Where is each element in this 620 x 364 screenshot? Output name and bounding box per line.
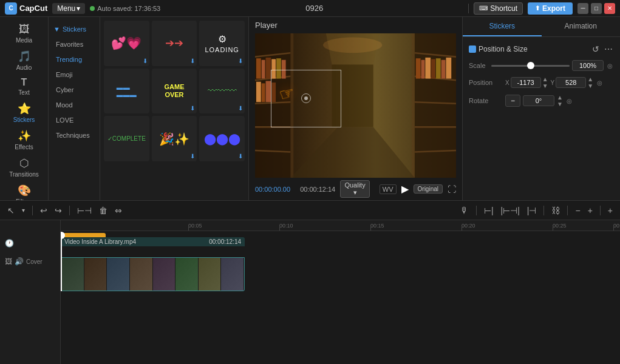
- stickers-header-label: Stickers: [63, 25, 86, 33]
- playhead[interactable]: [61, 233, 62, 291]
- position-reset[interactable]: ◎: [596, 76, 604, 89]
- flip-button[interactable]: ⇔: [112, 204, 124, 217]
- transitions-icon: ⬡: [19, 157, 29, 170]
- ruler-spacer: [0, 223, 60, 234]
- tool-media[interactable]: 🖼 Media: [2, 21, 46, 46]
- tool-stickers[interactable]: ⭐ Stickers: [2, 99, 46, 126]
- menu-button[interactable]: Menu ▾: [52, 3, 85, 14]
- tool-audio[interactable]: 🎵 Audio: [2, 47, 46, 73]
- sticker-item-arrows[interactable]: ➔➔ ⬇: [152, 21, 197, 66]
- cursor-dropdown[interactable]: ▾: [19, 206, 27, 215]
- svg-rect-31: [446, 58, 451, 79]
- x-down[interactable]: ▼: [542, 83, 548, 89]
- sticker-item-wave[interactable]: 〰〰〰 ⬇: [199, 69, 245, 114]
- trim-center[interactable]: |⊢⊣|: [499, 204, 522, 217]
- sticker-download-3[interactable]: ⬇: [238, 58, 243, 64]
- sticker-dots-preview: ⬤⬤⬤: [204, 132, 240, 146]
- sticker-download-9[interactable]: ⬇: [238, 153, 243, 160]
- trim-left[interactable]: ⊢|: [482, 204, 496, 217]
- cursor-tool[interactable]: ↖: [5, 204, 17, 217]
- menu-arrow: ▾: [77, 4, 80, 13]
- sticker-download-2[interactable]: ⬇: [190, 58, 195, 64]
- scale-slider[interactable]: [491, 65, 570, 67]
- reset-button[interactable]: ↺: [591, 43, 601, 55]
- sticker-item-gameover[interactable]: GAMEOVER ⬇: [152, 69, 197, 114]
- tool-filters[interactable]: 🎨 Filters: [2, 181, 46, 200]
- tab-stickers[interactable]: Stickers: [463, 17, 542, 36]
- tool-transitions[interactable]: ⬡ Transitions: [2, 154, 46, 180]
- sidebar-item-techniques[interactable]: Techniques: [51, 128, 97, 143]
- rotate-down[interactable]: ▼: [557, 101, 563, 107]
- svg-rect-23: [266, 81, 271, 102]
- link-button[interactable]: ⛓: [549, 204, 562, 217]
- shortcut-icon: ⌨: [479, 5, 488, 12]
- export-button[interactable]: ⬆ Export: [528, 2, 573, 15]
- shortcut-button[interactable]: ⌨ Shortcut: [474, 2, 523, 15]
- play-button[interactable]: ▶: [401, 183, 409, 195]
- rotate-handle[interactable]: [301, 93, 311, 103]
- delete-button[interactable]: 🗑: [97, 204, 110, 217]
- zoom-out-button[interactable]: −: [573, 204, 582, 217]
- autosave-dot: [90, 6, 95, 11]
- x-up[interactable]: ▲: [542, 76, 548, 83]
- audio-label: Audio: [16, 64, 32, 71]
- video-timeline-area: Video Inside A Library.mp4 00:00:12:14: [61, 248, 620, 291]
- text-label: Text: [18, 89, 29, 96]
- svg-rect-28: [431, 59, 435, 78]
- sticker-item-loading[interactable]: ⚙ LOADING ⬇: [199, 21, 245, 66]
- sidebar-item-cyber[interactable]: Cyber: [51, 83, 97, 97]
- waveform-button[interactable]: WV: [380, 184, 397, 194]
- y-up[interactable]: ▲: [587, 76, 593, 83]
- tab-animation[interactable]: Animation: [542, 17, 621, 36]
- zoom-in-button[interactable]: +: [585, 204, 595, 217]
- redo-button[interactable]: ↪: [52, 204, 64, 217]
- track-label-video: 🖼 🔊 Cover: [0, 253, 60, 270]
- sticker-download-1[interactable]: ⬇: [143, 58, 148, 64]
- rotate-minus-button[interactable]: −: [505, 95, 520, 107]
- close-button[interactable]: ✕: [604, 3, 615, 14]
- position-y-input[interactable]: [556, 77, 586, 88]
- scale-reset[interactable]: ◎: [606, 61, 614, 70]
- scale-number[interactable]: [572, 60, 604, 71]
- sticker-item-confetti[interactable]: 🎉✨ ⬇: [152, 116, 197, 161]
- sidebar-item-love[interactable]: LOVE: [51, 113, 97, 127]
- rotate-up[interactable]: ▲: [557, 94, 563, 101]
- more-button[interactable]: ⋯: [603, 43, 614, 55]
- split-button[interactable]: ⊢⊣: [75, 204, 94, 217]
- trim-right[interactable]: |⊣: [525, 204, 539, 217]
- minimize-button[interactable]: ─: [577, 3, 588, 14]
- sticker-download-8[interactable]: ⬇: [190, 153, 195, 160]
- sticker-download-5[interactable]: ⬇: [190, 105, 195, 112]
- position-x-input[interactable]: [511, 77, 541, 88]
- sticker-item-complete[interactable]: ✓COMPLETE: [104, 116, 149, 161]
- sidebar-item-trending[interactable]: Trending: [51, 52, 97, 67]
- sticker-item-dots[interactable]: ⬤⬤⬤ ⬇: [199, 116, 245, 161]
- tool-text[interactable]: T Text: [2, 75, 46, 98]
- sidebar-item-favorites[interactable]: Favorites: [51, 37, 97, 52]
- quality-button[interactable]: Quality ▾: [340, 180, 370, 198]
- sticker-download-6[interactable]: ⬇: [238, 105, 243, 112]
- video-track-mute[interactable]: 🔊: [15, 257, 24, 266]
- stickers-label: Stickers: [13, 116, 35, 123]
- rotate-reset[interactable]: ◎: [565, 96, 573, 106]
- y-down[interactable]: ▼: [587, 83, 593, 89]
- rotate-spinners: ▲ ▼: [557, 94, 563, 107]
- rotate-input[interactable]: [523, 95, 554, 106]
- fullscreen-button[interactable]: ⛶: [448, 184, 456, 194]
- sidebar-item-emoji[interactable]: Emoji: [51, 67, 97, 82]
- maximize-button[interactable]: □: [591, 3, 602, 14]
- main-area: 🖼 Media 🎵 Audio T Text ⭐ Stickers ✨ Effe…: [0, 17, 620, 200]
- video-clip[interactable]: [61, 257, 245, 291]
- timeline-scroll-area[interactable]: 00:05 00:10 00:15 00:20 00:25 00:30: [61, 220, 620, 364]
- tool-effects[interactable]: ✨ Effects: [2, 127, 46, 153]
- undo-button[interactable]: ↩: [38, 204, 50, 217]
- add-track-button[interactable]: +: [605, 204, 615, 217]
- sidebar-item-mood[interactable]: Mood: [51, 98, 97, 112]
- audio-icon: 🎵: [18, 50, 31, 63]
- sticker-item-hearts[interactable]: 💕💗 ⬇: [104, 21, 149, 66]
- media-label: Media: [16, 37, 32, 44]
- media-icon: 🖼: [19, 23, 30, 36]
- record-button[interactable]: 🎙: [458, 204, 471, 217]
- svg-rect-21: [256, 82, 261, 102]
- sticker-item-bars[interactable]: ▬▬▬▬▬: [104, 69, 149, 114]
